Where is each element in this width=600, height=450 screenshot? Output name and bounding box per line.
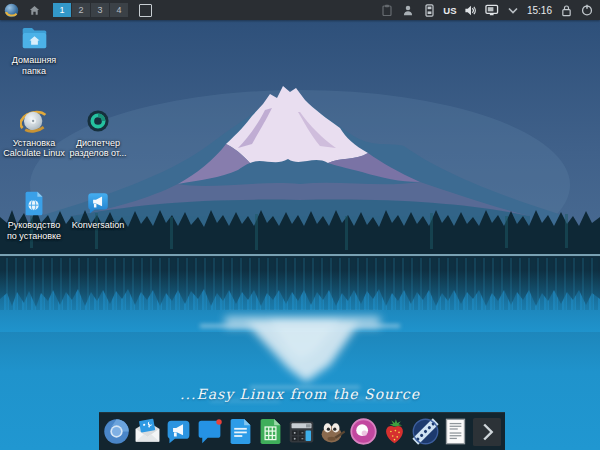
- smplayer-icon: [411, 417, 440, 446]
- konversation-icon: [164, 417, 193, 446]
- partition-manager-icon: [84, 107, 112, 135]
- dock-item-expand-arrow[interactable]: [472, 415, 502, 449]
- guide-document-icon: [20, 189, 48, 217]
- calculate-logo-icon: [4, 3, 19, 18]
- konversation-icon: [84, 189, 112, 217]
- desktop-icon-install-guide[interactable]: Руководствопо установке: [2, 189, 66, 242]
- desktop-icon-partition-manager[interactable]: Диспетчерразделов от...: [66, 107, 130, 160]
- keyboard-layout-indicator[interactable]: US: [443, 5, 457, 16]
- home-folder-icon: [20, 24, 48, 52]
- chromium-icon: [102, 417, 131, 446]
- icon-label: Домашняяпапка: [12, 55, 56, 77]
- show-desktop-icon[interactable]: [139, 4, 152, 17]
- clipboard-icon[interactable]: [380, 2, 394, 18]
- dock-item-konversation[interactable]: [164, 415, 193, 449]
- kmail-icon: [133, 417, 162, 446]
- desktop-icon-konversation[interactable]: Konversation: [66, 189, 130, 242]
- dock-panel: [99, 412, 505, 450]
- gimp-icon: [318, 417, 347, 446]
- dock-item-libreoffice-writer[interactable]: [226, 415, 254, 449]
- dock-item-gimp[interactable]: [318, 415, 347, 449]
- media-player-icon: [349, 417, 378, 446]
- icon-label: Konversation: [72, 220, 125, 231]
- volume-icon[interactable]: [464, 2, 478, 18]
- display-icon[interactable]: [485, 2, 499, 18]
- lock-icon[interactable]: [559, 2, 573, 18]
- icon-label: Диспетчерразделов от...: [70, 138, 127, 160]
- dock-item-libreoffice-calc[interactable]: [256, 415, 284, 449]
- libreoffice-calc-icon: [257, 417, 284, 446]
- pager-desktop-4[interactable]: 4: [110, 3, 128, 17]
- document-icon: [442, 417, 469, 446]
- desktop-screen: ...Easy Linux from the Source 1 2: [0, 0, 600, 450]
- digital-clock[interactable]: 15:16: [527, 5, 552, 16]
- app-launcher-button[interactable]: [3, 2, 19, 18]
- dock-item-media-player[interactable]: [349, 415, 378, 449]
- dock-item-strawberry[interactable]: [380, 415, 409, 449]
- device-notifier-icon[interactable]: [422, 2, 436, 18]
- top-panel: 1 2 3 4 US: [0, 0, 600, 20]
- virtual-desktop-pager: 1 2 3 4: [53, 3, 128, 17]
- dock-item-smplayer[interactable]: [411, 415, 440, 449]
- user-switcher-icon[interactable]: [401, 2, 415, 18]
- home-button[interactable]: [27, 3, 41, 17]
- messenger-icon: [195, 417, 224, 446]
- desktop-icon-calculate-installer[interactable]: УстановкаCalculate Linux: [2, 107, 66, 160]
- dock-item-kcalc[interactable]: [287, 415, 316, 449]
- installer-cd-icon: [20, 107, 48, 135]
- pager-desktop-1[interactable]: 1: [53, 3, 71, 17]
- panel-expand-arrow-icon: [472, 417, 502, 447]
- pager-desktop-2[interactable]: 2: [72, 3, 90, 17]
- panel-left: 1 2 3 4: [0, 2, 152, 18]
- libreoffice-writer-icon: [227, 417, 254, 446]
- home-icon: [29, 5, 40, 16]
- power-icon[interactable]: [580, 2, 594, 18]
- tray-expander-chevron-icon[interactable]: [506, 2, 520, 18]
- dock-item-messenger[interactable]: [195, 415, 224, 449]
- icon-label: УстановкаCalculate Linux: [3, 138, 65, 160]
- icon-label: Руководствопо установке: [7, 220, 61, 242]
- dock-item-chromium[interactable]: [102, 415, 131, 449]
- desktop-icon-grid: Домашняяпапка УстановкаCalculate L: [2, 24, 130, 250]
- dock-item-kmail[interactable]: [133, 415, 162, 449]
- strawberry-icon: [380, 417, 409, 446]
- system-tray: US 15:16: [380, 2, 600, 18]
- wallpaper-tagline: ...Easy Linux from the Source: [0, 386, 600, 402]
- kcalc-icon: [287, 417, 316, 446]
- dock-item-document-viewer[interactable]: [442, 415, 470, 449]
- desktop-icon-home-folder[interactable]: Домашняяпапка: [2, 24, 66, 77]
- pager-desktop-3[interactable]: 3: [91, 3, 109, 17]
